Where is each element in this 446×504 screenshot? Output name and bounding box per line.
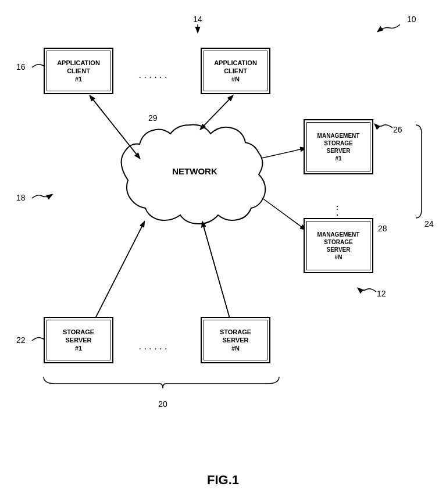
storage-server-n-label2: SERVER: [222, 336, 248, 344]
arrow-network-to-mgmt1: [262, 148, 305, 158]
dots-storage-servers: · · · · · ·: [139, 344, 167, 353]
mgmt-server-n-label4: #N: [335, 253, 342, 261]
brace-storage-servers: [44, 377, 279, 388]
storage-server-n-box: STORAGE SERVER #N: [201, 317, 270, 363]
arrow-12: [358, 288, 376, 292]
ref-22: 22: [16, 335, 26, 345]
storage-server-1-box: STORAGE SERVER #1: [44, 317, 113, 363]
storage-server-n-label: STORAGE: [220, 328, 251, 336]
ref-20: 20: [158, 399, 167, 409]
mgmt-server-1-box: MANAGEMENT STORAGE SERVER #1: [304, 119, 373, 174]
app-client-n-label: APPLICATION: [214, 59, 257, 67]
arrow-network-to-appclientn: [201, 96, 233, 129]
figure-label: FIG.1: [0, 473, 446, 488]
arrow-26: [375, 124, 393, 128]
app-client-n-label2: CLIENT: [224, 67, 247, 75]
arrow-network-to-storage1: [90, 222, 144, 328]
mgmt-server-n-label3: SERVER: [327, 246, 351, 253]
brace-mgmt-servers: [416, 125, 422, 218]
network-cloud: NETWORK: [122, 125, 266, 224]
arrow-network-to-storagen: [202, 222, 233, 328]
ref-18: 18: [16, 193, 26, 202]
arrow-10: [378, 24, 400, 31]
mgmt-server-1-label3: SERVER: [327, 147, 351, 155]
mgmt-server-1-label: MANAGEMENT: [317, 132, 360, 140]
mgmt-server-n-label: MANAGEMENT: [317, 231, 360, 238]
storage-server-1-label3: #1: [75, 344, 82, 352]
ref-26: 26: [393, 125, 402, 134]
mgmt-server-n-box: MANAGEMENT STORAGE SERVER #N: [304, 218, 373, 273]
storage-server-n-label3: #N: [231, 344, 240, 352]
dots-app-clients: · · · · · ·: [139, 72, 167, 82]
app-client-1-label3: #1: [75, 75, 82, 83]
app-client-1-box: APPLICATION CLIENT #1: [44, 48, 113, 94]
ref-24: 24: [424, 219, 434, 228]
ref-12: 12: [377, 289, 386, 298]
mgmt-server-1-label4: #1: [335, 155, 341, 162]
ref-28: 28: [378, 224, 387, 233]
arrow-18: [32, 195, 52, 198]
app-client-1-label: APPLICATION: [57, 59, 100, 67]
arrow-network-to-appclient1: [90, 96, 140, 158]
app-client-n-box: APPLICATION CLIENT #N: [201, 48, 270, 94]
ref-16: 16: [16, 62, 26, 72]
mgmt-server-1-label2: STORAGE: [324, 140, 352, 147]
network-label: NETWORK: [172, 166, 217, 176]
arrow-network-to-mgmtn: [262, 198, 305, 230]
app-client-1-label2: CLIENT: [67, 67, 90, 75]
storage-server-1-label2: SERVER: [65, 336, 91, 344]
ref-10: 10: [407, 15, 416, 24]
diagram-container: 10 14 16 18 22 29 26 28 12 24 20: [0, 0, 446, 504]
app-client-n-label3: #N: [231, 75, 240, 83]
storage-server-1-label: STORAGE: [63, 328, 94, 336]
mgmt-server-n-label2: STORAGE: [324, 238, 352, 246]
ref-14: 14: [193, 15, 202, 24]
ref-29: 29: [148, 113, 158, 123]
